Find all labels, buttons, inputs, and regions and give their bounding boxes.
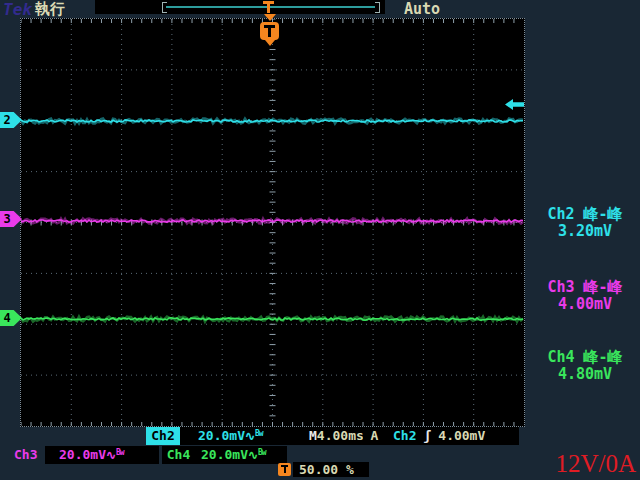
measurement-ch4: Ch4 峰-峰 4.80mV	[532, 349, 638, 383]
oscilloscope-screen: Tek 執行 Auto 2 3 4 Ch2 峰-峰 3.20mV Ch3 峰-峰…	[0, 0, 640, 480]
trigger-point-marker-icon	[259, 14, 280, 48]
measurement-label: Ch2 峰-峰	[532, 206, 638, 223]
ch2-readout-tag: Ch2	[146, 427, 180, 445]
rising-edge-icon: ʃ	[423, 428, 431, 443]
trigger-mode-readout: A	[363, 427, 386, 445]
trigger-readout: Ch2ʃ4.00mV	[386, 427, 519, 445]
timebase-readout: M4.00ms	[307, 427, 367, 445]
measurement-ch3: Ch3 峰-峰 4.00mV	[532, 279, 638, 313]
horizontal-position-readout: 50.00 %	[293, 462, 369, 477]
acquisition-bar	[95, 0, 385, 14]
measurement-value: 3.20mV	[532, 223, 638, 240]
acquisition-mode: Auto	[404, 0, 440, 18]
bandwidth-limit-icon: Bw	[116, 448, 124, 457]
ch3-scale-readout: 20.0mV∿Bw	[45, 446, 159, 464]
bandwidth-limit-icon: Bw	[258, 448, 266, 457]
psu-overlay-label: 12V/0A	[540, 450, 636, 478]
record-view-right-bracket	[375, 2, 380, 13]
trigger-T-icon	[278, 463, 291, 476]
run-status: 執行	[35, 0, 65, 19]
channel-4-marker: 4	[0, 310, 22, 326]
channel-3-marker: 3	[0, 211, 22, 227]
trigger-position-icon	[263, 1, 274, 13]
tek-logo: Tek	[3, 0, 32, 19]
trigger-level: 4.00mV	[438, 428, 485, 443]
ch4-readout-tag: Ch4	[162, 446, 195, 464]
measurement-ch2: Ch2 峰-峰 3.20mV	[532, 206, 638, 240]
measurement-value: 4.00mV	[532, 296, 638, 313]
ch4-scale-readout: 20.0mV∿Bw	[195, 446, 287, 464]
waveform-traces	[21, 19, 524, 426]
ch2-scale-readout: 20.0mV∿Bw	[180, 427, 307, 445]
channel-2-marker: 2	[0, 112, 22, 128]
ac-coupling-icon: ∿	[106, 448, 116, 462]
ac-coupling-icon: ∿	[245, 429, 255, 443]
bandwidth-limit-icon: Bw	[255, 429, 263, 438]
graticule	[20, 18, 525, 427]
trigger-source: Ch2	[393, 428, 416, 443]
measurement-label: Ch4 峰-峰	[532, 349, 638, 366]
measurement-value: 4.80mV	[532, 366, 638, 383]
ac-coupling-icon: ∿	[248, 448, 258, 462]
ch3-readout-tag: Ch3	[14, 446, 44, 464]
measurement-label: Ch3 峰-峰	[532, 279, 638, 296]
